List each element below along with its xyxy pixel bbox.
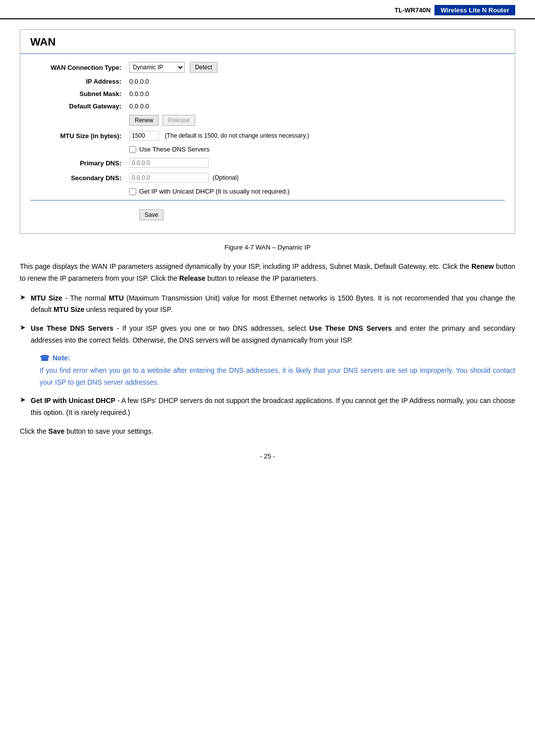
secondary-dns-value: (Optional) — [129, 173, 239, 183]
ip-address-row: IP Address: 0.0.0.0 — [30, 78, 505, 85]
default-gateway-label: Default Gateway: — [30, 102, 129, 110]
dns-bullet-bold1: Use These DNS Servers — [31, 324, 113, 332]
save-paragraph: Click the Save button to save your setti… — [20, 426, 515, 438]
dns-checkbox-label: Use These DNS Servers — [139, 146, 210, 153]
save-button[interactable]: Save — [139, 209, 163, 220]
connection-type-select[interactable]: Dynamic IP — [130, 62, 184, 72]
dns-checkbox-row: Use These DNS Servers — [30, 146, 505, 153]
body-paragraph: This page displays the WAN IP parameters… — [20, 261, 515, 285]
panel-separator — [30, 200, 505, 201]
dns-bullet-bold2: Use These DNS Servers — [309, 324, 392, 332]
page-footer: - 25 - — [0, 453, 535, 470]
renew-button[interactable]: Renew — [129, 115, 159, 126]
dns-checkbox[interactable] — [129, 146, 136, 153]
unicast-row: Get IP with Unicast DHCP (It is usually … — [30, 188, 505, 195]
page-number: - 25 - — [260, 453, 275, 460]
mtu-hint: (The default is 1500, do not change unle… — [165, 132, 309, 139]
mtu-bullet-bold3: MTU Size — [54, 305, 84, 313]
mtu-label: MTU Size (in bytes): — [30, 132, 129, 140]
bullet-arrow-mtu: ➤ — [20, 293, 26, 301]
subnet-mask-row: Subnet Mask: 0.0.0.0 — [30, 90, 505, 98]
primary-dns-value — [129, 158, 209, 168]
renew-release-row: Renew Release — [30, 115, 505, 126]
primary-dns-label: Primary DNS: — [30, 159, 129, 167]
secondary-dns-input[interactable] — [129, 173, 209, 183]
primary-dns-input[interactable] — [129, 158, 209, 168]
mtu-input[interactable] — [129, 131, 159, 141]
mtu-value-area: (The default is 1500, do not change unle… — [129, 131, 309, 141]
note-title: ☎ Note: — [40, 353, 515, 363]
primary-dns-row: Primary DNS: — [30, 158, 505, 168]
bullet-unicast: ➤ Get IP with Unicast DHCP - A few ISPs'… — [20, 395, 515, 419]
subnet-mask-label: Subnet Mask: — [30, 90, 129, 98]
bullet-arrow-unicast: ➤ — [20, 396, 26, 403]
ip-address-label: IP Address: — [30, 78, 129, 85]
wan-panel: WAN WAN Connection Type: Dynamic IP Dete… — [20, 29, 515, 234]
connection-type-value: Dynamic IP Detect — [129, 62, 219, 73]
unicast-area: Get IP with Unicast DHCP (It is usually … — [129, 188, 290, 195]
wan-panel-body: WAN Connection Type: Dynamic IP Detect I… — [20, 54, 515, 233]
unicast-label: Get IP with Unicast DHCP (It is usually … — [139, 188, 290, 195]
default-gateway-row: Default Gateway: 0.0.0.0 — [30, 102, 505, 110]
default-gateway-value: 0.0.0.0 — [129, 102, 149, 110]
bullet-mtu: ➤ MTU Size - The normal MTU (Maximum Tra… — [20, 293, 515, 316]
bullet-dns: ➤ Use These DNS Servers - If your ISP gi… — [20, 323, 515, 347]
figure-caption: Figure 4-7 WAN – Dynamic IP — [20, 244, 515, 251]
connection-type-label: WAN Connection Type: — [30, 64, 129, 71]
unicast-bullet-bold1: Get IP with Unicast DHCP — [31, 397, 115, 404]
bullet-content-mtu: MTU Size - The normal MTU (Maximum Trans… — [31, 293, 515, 316]
release-button[interactable]: Release — [162, 115, 195, 126]
note-section: ☎ Note: If you find error when you go to… — [40, 353, 515, 389]
subnet-mask-value: 0.0.0.0 — [129, 90, 149, 98]
connection-type-select-wrap[interactable]: Dynamic IP — [129, 62, 185, 73]
save-area: Save — [30, 205, 505, 225]
device-title: Wireless Lite N Router — [434, 5, 515, 15]
bullet-arrow-dns: ➤ — [20, 323, 26, 331]
bullet-content-dns: Use These DNS Servers - If your ISP give… — [31, 323, 515, 347]
note-title-text: Note: — [53, 354, 70, 362]
connection-type-row: WAN Connection Type: Dynamic IP Detect — [30, 62, 505, 73]
note-text: If you find error when you go to a websi… — [40, 365, 515, 389]
secondary-dns-label: Secondary DNS: — [30, 174, 129, 182]
mtu-bullet-bold1: MTU Size — [31, 294, 62, 302]
optional-label: (Optional) — [213, 174, 239, 181]
secondary-dns-row: Secondary DNS: (Optional) — [30, 173, 505, 183]
detect-button[interactable]: Detect — [190, 62, 218, 73]
mtu-bullet-bold2: MTU — [108, 294, 123, 302]
mtu-row: MTU Size (in bytes): (The default is 150… — [30, 131, 505, 141]
note-icon: ☎ — [40, 353, 50, 363]
wan-panel-title: WAN — [20, 30, 515, 54]
unicast-checkbox[interactable] — [129, 188, 136, 195]
ip-address-value: 0.0.0.0 — [129, 78, 149, 85]
dns-checkbox-area: Use These DNS Servers — [129, 146, 210, 153]
bullet-content-unicast: Get IP with Unicast DHCP - A few ISPs' D… — [31, 395, 515, 419]
device-model: TL-WR740N — [394, 6, 430, 14]
page-header: TL-WR740N Wireless Lite N Router — [0, 0, 535, 19]
renew-release-buttons: Renew Release — [129, 115, 197, 126]
